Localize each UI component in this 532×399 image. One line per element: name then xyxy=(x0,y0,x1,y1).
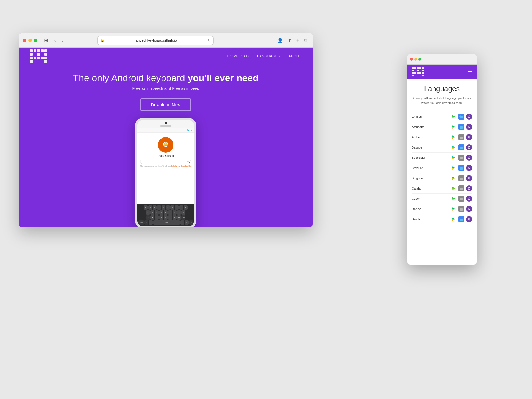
github-icon[interactable] xyxy=(466,185,472,191)
key-question[interactable]: ? xyxy=(185,220,189,225)
key-t[interactable]: t xyxy=(162,205,165,210)
github-icon[interactable] xyxy=(466,216,472,222)
github-icon[interactable] xyxy=(466,124,472,130)
language-name: Arabic xyxy=(412,135,451,139)
key-k[interactable]: k xyxy=(177,210,181,215)
tabs-button[interactable]: ⧉ xyxy=(302,37,309,44)
key-r[interactable]: r xyxy=(157,205,161,210)
android-apk-icon[interactable] xyxy=(458,206,464,212)
play-store-icon[interactable] xyxy=(451,196,457,202)
nav-languages-link[interactable]: LANGUAGES xyxy=(257,54,280,58)
svg-marker-43 xyxy=(452,217,455,221)
mobile-close-button[interactable] xyxy=(410,58,413,61)
github-icon[interactable] xyxy=(466,114,472,120)
forward-button[interactable]: › xyxy=(60,37,65,44)
android-apk-icon[interactable] xyxy=(458,124,464,130)
key-x[interactable]: x xyxy=(155,215,159,220)
logo-cell-empty xyxy=(34,60,36,63)
list-item: Basque xyxy=(412,142,472,153)
logo-cell xyxy=(44,49,47,52)
play-store-icon[interactable] xyxy=(451,206,457,212)
github-icon[interactable] xyxy=(466,206,472,212)
play-store-icon[interactable] xyxy=(451,134,457,140)
key-comma[interactable]: , xyxy=(149,220,153,225)
keyboard-row-2: a s d f g h j k l xyxy=(138,210,193,215)
key-h[interactable]: h xyxy=(168,210,172,215)
play-store-icon[interactable] xyxy=(451,124,457,130)
android-apk-icon[interactable] xyxy=(458,114,464,120)
new-tab-button[interactable]: + xyxy=(295,37,301,44)
play-store-icon[interactable] xyxy=(451,175,457,181)
github-icon[interactable] xyxy=(466,144,472,150)
nav-download-link[interactable]: DOWNLOAD xyxy=(227,54,249,58)
github-icon[interactable] xyxy=(466,175,472,181)
mobile-minimize-button[interactable] xyxy=(414,58,417,61)
sidebar-toggle-button[interactable]: ⊞ xyxy=(42,36,50,45)
key-j[interactable]: j xyxy=(173,210,177,215)
key-v[interactable]: v xyxy=(164,215,168,220)
key-c[interactable]: c xyxy=(159,215,163,220)
android-apk-icon[interactable] xyxy=(458,134,464,140)
download-now-button[interactable]: Download Now xyxy=(140,98,191,111)
maximize-button[interactable] xyxy=(34,39,37,42)
play-store-icon[interactable] xyxy=(451,185,457,191)
reader-button[interactable]: 👤 xyxy=(276,37,285,44)
play-store-icon[interactable] xyxy=(451,165,457,171)
key-a[interactable]: a xyxy=(146,210,150,215)
minimize-button[interactable] xyxy=(28,39,32,42)
key-f[interactable]: f xyxy=(159,210,163,215)
android-apk-icon[interactable] xyxy=(458,216,464,222)
address-bar[interactable]: 🔒 anysoftkeyboard.github.io ↻ xyxy=(97,36,214,45)
github-icon[interactable] xyxy=(466,134,472,140)
nav-about-link[interactable]: ABOUT xyxy=(289,54,301,58)
key-i[interactable]: i xyxy=(175,205,179,210)
key-123[interactable]: 123(+) xyxy=(138,220,144,225)
key-g[interactable]: g xyxy=(164,210,168,215)
key-period[interactable]: . xyxy=(180,220,184,225)
mobile-maximize-button[interactable] xyxy=(418,58,421,61)
android-apk-icon[interactable] xyxy=(458,155,464,161)
share-button[interactable]: ⬆ xyxy=(286,37,293,44)
svg-rect-41 xyxy=(460,208,463,211)
key-e[interactable]: e xyxy=(153,205,157,210)
key-d[interactable]: d xyxy=(155,210,159,215)
phone-screen: 🐦 ≡ xyxy=(137,128,194,226)
play-store-icon[interactable] xyxy=(451,155,457,161)
key-u[interactable]: u xyxy=(170,205,174,210)
github-icon[interactable] xyxy=(466,155,472,161)
close-button[interactable] xyxy=(23,39,26,42)
key-l[interactable]: l xyxy=(181,210,185,215)
key-enter[interactable]: ↵ xyxy=(189,220,193,225)
language-icons xyxy=(451,134,472,140)
key-m[interactable]: m xyxy=(177,215,181,220)
mobile-browser-window: ☰ Languages Below you'll find a list of … xyxy=(407,54,477,265)
key-backspace[interactable]: ⌫ xyxy=(181,215,185,220)
key-y[interactable]: y xyxy=(166,205,170,210)
android-apk-icon[interactable] xyxy=(458,165,464,171)
github-icon[interactable] xyxy=(466,165,472,171)
android-apk-icon[interactable] xyxy=(458,185,464,191)
hamburger-menu-icon[interactable]: ☰ xyxy=(468,69,472,75)
play-store-icon[interactable] xyxy=(451,144,457,150)
key-s[interactable]: s xyxy=(150,210,154,215)
logo-cell xyxy=(34,57,36,59)
key-space[interactable]: space xyxy=(153,220,180,225)
mlc xyxy=(422,75,424,76)
key-p[interactable]: p xyxy=(184,205,188,210)
play-store-icon[interactable] xyxy=(451,114,457,120)
key-z[interactable]: z xyxy=(150,215,154,220)
key-b[interactable]: b xyxy=(168,215,172,220)
android-apk-icon[interactable] xyxy=(458,196,464,202)
play-store-icon[interactable] xyxy=(451,216,457,222)
key-w[interactable]: w xyxy=(148,205,152,210)
github-icon[interactable] xyxy=(466,196,472,202)
android-apk-icon[interactable] xyxy=(458,175,464,181)
key-q[interactable]: q xyxy=(144,205,148,210)
back-button[interactable]: ‹ xyxy=(53,37,57,44)
key-n[interactable]: n xyxy=(173,215,177,220)
logo-cell-empty xyxy=(41,60,44,63)
key-shift[interactable]: ⇧ xyxy=(146,215,150,220)
android-apk-icon[interactable] xyxy=(458,144,464,150)
key-emoji[interactable]: ☺ xyxy=(144,220,148,225)
key-o[interactable]: o xyxy=(179,205,183,210)
